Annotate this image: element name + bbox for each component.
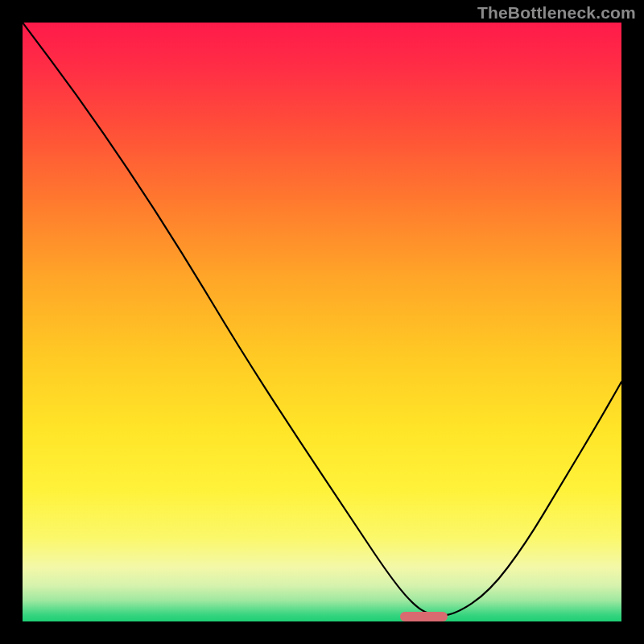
- plot-area: [23, 23, 621, 621]
- optimal-marker: [400, 612, 448, 621]
- bottleneck-curve: [23, 23, 621, 621]
- chart-frame: TheBottleneck.com: [0, 0, 644, 644]
- watermark-text: TheBottleneck.com: [477, 3, 636, 23]
